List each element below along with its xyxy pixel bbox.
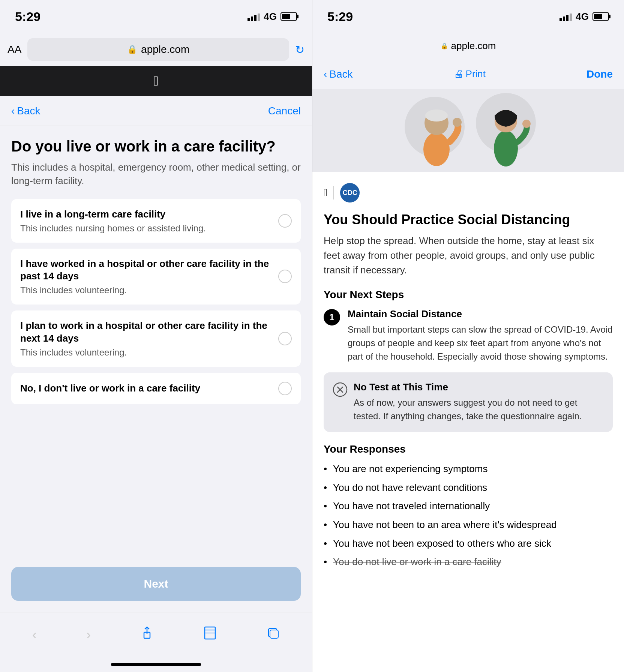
tabs-icon[interactable] xyxy=(266,626,280,643)
forward-arrow-icon[interactable]: › xyxy=(86,627,91,643)
svg-point-9 xyxy=(425,110,448,122)
response-text-0: You are not experiencing symptoms xyxy=(333,461,488,477)
status-icons-right: 4G xyxy=(560,11,609,22)
cdc-logo: CDC xyxy=(340,183,360,202)
response-item-3: • You have not been to an area where it'… xyxy=(324,517,613,533)
response-text-2: You have not traveled internationally xyxy=(333,498,490,514)
back-chevron-icon: ‹ xyxy=(11,105,15,117)
logo-divider xyxy=(333,186,334,200)
bottom-nav-left: ‹ › xyxy=(0,612,312,657)
network-label-right: 4G xyxy=(576,11,589,22)
option-text-3: I plan to work in a hospital or other ca… xyxy=(20,320,272,358)
lock-icon-left: 🔒 xyxy=(127,45,137,54)
radio-2[interactable] xyxy=(278,270,292,283)
response-text-3: You have not been to an area where it's … xyxy=(333,517,557,533)
option-desc-2: This includes volunteering. xyxy=(20,285,272,296)
page-content-right:  CDC You Should Practice Social Distanc… xyxy=(312,89,624,672)
logos-row:  CDC xyxy=(324,183,613,202)
page-subtitle-left: This includes a hospital, emergency room… xyxy=(11,160,301,188)
left-phone: 5:29 4G AA 🔒 apple.com ↻  ‹ Back Cancel xyxy=(0,0,312,672)
svg-point-10 xyxy=(453,118,462,127)
share-icon[interactable] xyxy=(140,626,154,643)
url-bar-right[interactable]: 🔒 apple.com xyxy=(312,33,624,59)
bullet-2: • xyxy=(324,498,327,514)
next-button-wrap: Next xyxy=(0,556,312,612)
response-item-2: • You have not traveled internationally xyxy=(324,498,613,514)
next-button[interactable]: Next xyxy=(11,567,301,601)
page-content-left: Do you live or work in a care facility? … xyxy=(0,126,312,556)
option-label-1: I live in a long-term care facility xyxy=(20,208,272,221)
step-content-1: Maintain Social Distance Small but impor… xyxy=(348,308,613,363)
right-scroll-area[interactable]:  CDC You Should Practice Social Distanc… xyxy=(312,172,624,672)
step-number-1: 1 xyxy=(324,309,340,326)
back-arrow-icon[interactable]: ‹ xyxy=(32,627,37,643)
done-button[interactable]: Done xyxy=(586,68,613,80)
page-title-left: Do you live or work in a care facility? xyxy=(11,137,301,155)
option-card-1[interactable]: I live in a long-term care facility This… xyxy=(11,199,301,243)
url-domain-right: apple.com xyxy=(451,40,496,52)
no-test-card: No Test at This Time As of now, your ans… xyxy=(324,372,613,432)
back-button-right[interactable]: ‹ Back xyxy=(324,68,353,80)
next-step-1: 1 Maintain Social Distance Small but imp… xyxy=(324,308,613,363)
radio-4[interactable] xyxy=(278,382,292,395)
radio-1[interactable] xyxy=(278,214,292,228)
option-desc-3: This includes volunteering. xyxy=(20,347,272,358)
url-bar-left[interactable]: AA 🔒 apple.com ↻ xyxy=(0,33,312,66)
right-phone: 5:29 4G 🔒 apple.com ‹ Back 🖨 Print Done xyxy=(312,0,624,672)
print-label: Print xyxy=(466,68,486,80)
header-illustration xyxy=(312,89,624,172)
response-item-5: • You do not live or work in a care faci… xyxy=(324,554,613,570)
status-bar-right: 5:29 4G xyxy=(312,0,624,33)
bullet-1: • xyxy=(324,480,327,496)
x-circle-icon xyxy=(333,382,348,400)
hero-title: You Should Practice Social Distancing xyxy=(324,212,613,228)
refresh-icon-left[interactable]: ↻ xyxy=(295,43,304,56)
response-text-4: You have not been exposed to others who … xyxy=(333,536,551,552)
status-time-left: 5:29 xyxy=(15,9,40,24)
option-label-4: No, I don't live or work in a care facil… xyxy=(20,382,272,395)
page-nav-left: ‹ Back Cancel xyxy=(0,96,312,126)
apple-navbar-left:  xyxy=(0,66,312,96)
back-label-right: Back xyxy=(329,68,352,80)
back-label-left: Back xyxy=(17,105,40,117)
option-label-3: I plan to work in a hospital or other ca… xyxy=(20,320,272,345)
illustration-svg xyxy=(371,93,566,168)
back-button-left[interactable]: ‹ Back xyxy=(11,105,40,117)
back-chevron-icon-right: ‹ xyxy=(324,68,327,80)
response-text-1: You do not have relevant conditions xyxy=(333,480,487,496)
url-center: 🔒 apple.com xyxy=(441,40,496,52)
home-indicator-left xyxy=(0,657,312,672)
bullet-3: • xyxy=(324,517,327,533)
radio-3[interactable] xyxy=(278,332,292,345)
print-button[interactable]: 🖨 Print xyxy=(454,68,486,80)
url-input-left[interactable]: 🔒 apple.com xyxy=(27,38,289,61)
signal-icon-right xyxy=(560,12,572,21)
option-desc-1: This includes nursing homes or assisted … xyxy=(20,223,272,234)
status-bar-left: 5:29 4G xyxy=(0,0,312,33)
option-text-1: I live in a long-term care facility This… xyxy=(20,208,272,234)
option-card-3[interactable]: I plan to work in a hospital or other ca… xyxy=(11,310,301,367)
no-test-title: No Test at This Time xyxy=(354,381,604,393)
option-card-2[interactable]: I have worked in a hospital or other car… xyxy=(11,249,301,305)
bullet-4: • xyxy=(324,536,327,552)
apple-logo-right:  xyxy=(324,187,327,199)
next-steps-title: Your Next Steps xyxy=(324,289,613,301)
hero-body: Help stop the spread. When outside the h… xyxy=(324,234,613,278)
bookmarks-icon[interactable] xyxy=(203,626,217,643)
network-label-left: 4G xyxy=(264,11,277,22)
option-text-4: No, I don't live or work in a care facil… xyxy=(20,382,272,395)
option-label-2: I have worked in a hospital or other car… xyxy=(20,258,272,283)
text-size-button[interactable]: AA xyxy=(8,44,21,56)
response-text-5: You do not live or work in a care facili… xyxy=(333,554,501,570)
response-item-0: • You are not experiencing symptoms xyxy=(324,461,613,477)
status-icons-left: 4G xyxy=(248,11,297,22)
no-test-body: As of now, your answers suggest you do n… xyxy=(354,396,604,423)
cancel-button-left[interactable]: Cancel xyxy=(268,105,301,117)
svg-point-14 xyxy=(522,120,531,128)
bullet-5: • xyxy=(324,554,327,570)
page-nav-right: ‹ Back 🖨 Print Done xyxy=(312,59,624,89)
option-card-4[interactable]: No, I don't live or work in a care facil… xyxy=(11,373,301,404)
response-item-1: • You do not have relevant conditions xyxy=(324,480,613,496)
home-bar-left xyxy=(111,663,201,666)
no-test-content: No Test at This Time As of now, your ans… xyxy=(354,381,604,423)
